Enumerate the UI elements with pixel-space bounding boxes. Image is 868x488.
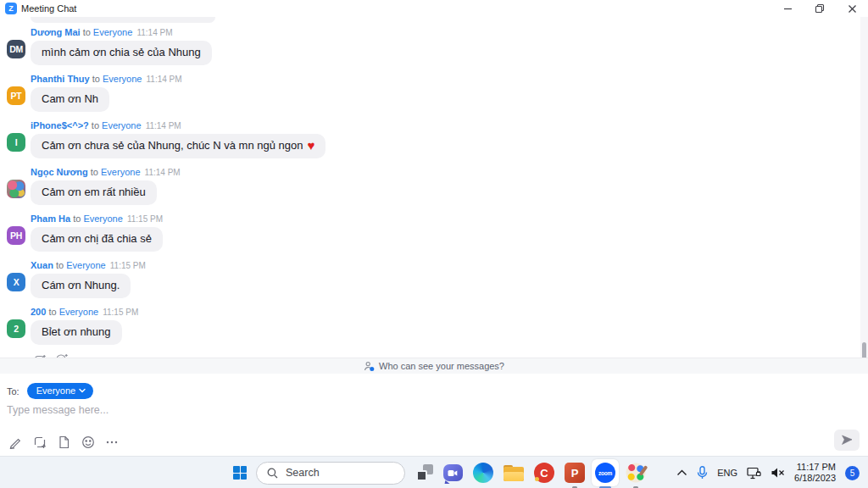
message-text: Cảm ơn chị đã chia sẻ (42, 232, 152, 245)
format-icon[interactable] (8, 435, 22, 449)
message-text: Cam ơn Nh (42, 92, 98, 105)
to-label: To: (7, 386, 19, 396)
message-bubble[interactable]: Bỉet ơn nhung (31, 320, 122, 345)
taskbar-search[interactable]: Search (256, 462, 405, 485)
taskbar-app-edge[interactable] (470, 459, 497, 486)
language-indicator[interactable]: ENG (717, 468, 737, 478)
microphone-icon[interactable] (697, 466, 708, 480)
teams-chat-icon (443, 464, 463, 481)
file-icon[interactable] (58, 435, 70, 449)
chat-message: Ngọc Nương to Everyone 11:14 PM Cảm ơn e… (0, 167, 851, 205)
emoji-icon[interactable] (81, 435, 95, 449)
zoom-meeting-chat-window: Z Meeting Chat DM Dương Mai t (0, 0, 868, 488)
timestamp: 11:14 PM (145, 168, 181, 177)
start-button[interactable] (227, 460, 253, 485)
send-button[interactable] (834, 430, 860, 451)
timestamp: 11:14 PM (136, 28, 172, 37)
to-word: to (91, 167, 101, 177)
sender-name[interactable]: Xuan (31, 260, 53, 270)
recipient-name[interactable]: Everyone (102, 120, 141, 130)
message-header: Xuan to Everyone 11:15 PM (31, 260, 851, 271)
sender-name[interactable]: Phanthi Thuy (31, 74, 90, 84)
message-bubble[interactable]: mình cảm ơn chia sẻ của Nhung (31, 41, 212, 65)
paint-icon (626, 463, 646, 483)
recipient-dropdown[interactable]: Everyone (27, 383, 93, 399)
sender-name[interactable]: iPhone$<^>? (31, 120, 89, 130)
message-input[interactable] (7, 404, 600, 416)
sender-name[interactable]: Dương Mai (31, 27, 81, 37)
recipient-name[interactable]: Everyone (66, 260, 105, 270)
timestamp: 11:15 PM (103, 308, 138, 317)
search-placeholder: Search (286, 467, 320, 479)
recipient-name[interactable]: Everyone (93, 27, 132, 37)
avatar: PT (7, 86, 25, 105)
message-text: Cảm ơn chưa sẻ của Nhung, chúc N và mn n… (42, 139, 303, 152)
sender-name[interactable]: 200 (31, 307, 46, 317)
chat-message: PH Pham Ha to Everyone 11:15 PM Cảm ơn c… (0, 214, 851, 252)
message-header: Phanthi Thuy to Everyone 11:14 PM (31, 74, 851, 85)
message-header: Pham Ha to Everyone 11:15 PM (31, 214, 851, 225)
timestamp: 11:14 PM (147, 75, 182, 84)
tray-clock[interactable]: 11:17 PM 6/18/2023 (794, 462, 836, 484)
privacy-note-text[interactable]: Who can see your messages? (379, 361, 504, 371)
sender-name[interactable]: Ngọc Nương (31, 167, 88, 177)
message-bubble[interactable]: Cam ơn Nh (31, 87, 109, 112)
truncated-message-bubble (31, 17, 215, 23)
taskbar-app-teams-chat[interactable] (439, 459, 466, 486)
chat-message-area[interactable]: DM Dương Mai to Everyone 11:14 PM mình c… (0, 17, 868, 358)
timestamp: 11:15 PM (110, 261, 146, 270)
recipient-name[interactable]: Everyone (101, 167, 140, 177)
message-bubble[interactable]: Cảm ơn chị đã chia sẻ (31, 227, 163, 252)
avatar: I (7, 133, 25, 152)
timestamp: 11:14 PM (146, 121, 181, 130)
screenshot-icon[interactable] (33, 435, 47, 449)
windows-logo-icon (233, 466, 247, 480)
recipient-name[interactable]: Everyone (83, 214, 122, 224)
zoom-app-icon: zoom (595, 463, 615, 483)
title-bar[interactable]: Z Meeting Chat (0, 0, 868, 17)
sender-name[interactable]: Pham Ha (31, 214, 70, 224)
message-bubble[interactable]: Cám ơn Nhung. (31, 274, 131, 298)
to-word: to (92, 120, 102, 130)
taskbar-app-file-explorer[interactable] (500, 459, 527, 486)
scrollbar-thumb[interactable] (862, 342, 866, 358)
avatar: PH (7, 226, 25, 245)
chat-message: DM Dương Mai to Everyone 11:14 PM mình c… (0, 27, 851, 65)
message-text: mình cảm ơn chia sẻ của Nhung (42, 46, 201, 58)
chat-message: PT Phanthi Thuy to Everyone 11:14 PM Cam… (0, 74, 851, 112)
message-header: iPhone$<^>? to Everyone 11:14 PM (31, 120, 851, 131)
task-view-button[interactable] (412, 460, 437, 485)
restore-button[interactable] (804, 0, 836, 17)
tray-time: 11:17 PM (794, 462, 836, 473)
to-word: to (83, 27, 93, 37)
message-bubble[interactable]: Cảm ơn em rất nhiều (31, 180, 157, 205)
who-can-see-icon (364, 361, 375, 372)
task-view-icon (416, 464, 433, 481)
taskbar-app-zoom[interactable]: zoom (592, 459, 619, 486)
more-icon[interactable] (106, 441, 118, 444)
coccoc-browser-icon: C (534, 463, 554, 483)
network-icon[interactable] (747, 467, 761, 480)
zoom-logo-icon: Z (5, 3, 17, 14)
notification-badge[interactable]: 5 (845, 466, 860, 480)
taskbar-app-powerpoint[interactable]: P (561, 459, 588, 486)
hidden-icons-chevron[interactable] (676, 469, 687, 476)
close-button[interactable] (836, 0, 868, 17)
volume-muted-icon[interactable] (771, 467, 785, 479)
scrollbar-track[interactable] (860, 17, 868, 358)
message-header: Dương Mai to Everyone 11:14 PM (31, 27, 851, 38)
to-word: to (92, 74, 103, 84)
recipient-name[interactable]: Everyone (103, 74, 142, 84)
message-text: Bỉet ơn nhung (42, 325, 111, 338)
message-bubble[interactable]: Cảm ơn chưa sẻ của Nhung, chúc N và mn n… (31, 134, 326, 158)
windows-taskbar: Search C P (0, 456, 868, 488)
chat-message: I iPhone$<^>? to Everyone 11:14 PM Cảm ơ… (0, 120, 851, 158)
minimize-button[interactable] (771, 0, 804, 17)
taskbar-app-coccoc[interactable]: C (531, 459, 558, 486)
send-icon (841, 435, 853, 446)
recipient-name[interactable]: Everyone (59, 307, 98, 317)
tray-date: 6/18/2023 (794, 473, 836, 484)
privacy-bar: Who can see your messages? (0, 358, 868, 374)
taskbar-app-paint[interactable] (622, 459, 649, 486)
powerpoint-icon: P (565, 463, 585, 483)
